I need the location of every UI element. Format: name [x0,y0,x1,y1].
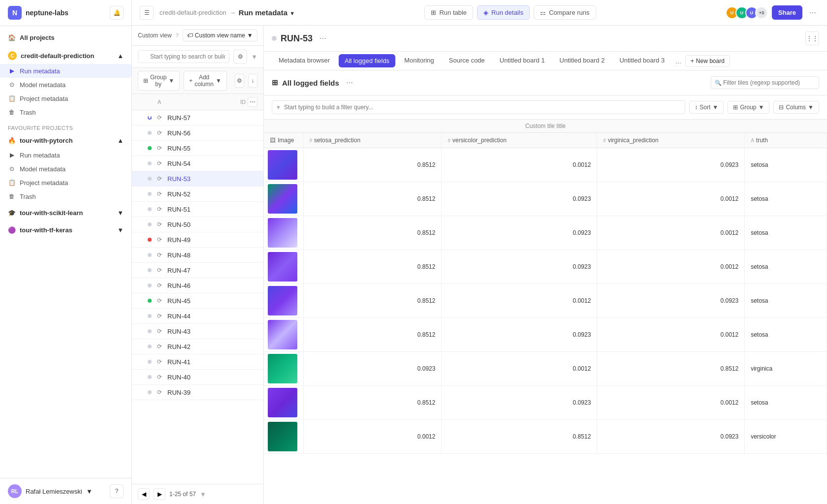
detail-options-button[interactable]: ⋮⋮ [805,32,819,45]
more-tabs-button[interactable]: ... [672,55,684,67]
add-column-button[interactable]: + Add column ▼ [184,71,227,91]
run-item-49[interactable]: ⟳ RUN-49 [132,232,263,248]
fields-filter-wrap: 🔍 [711,76,819,89]
fields-more-button[interactable]: ⋯ [343,77,356,89]
data-table[interactable]: 🖼 Image # setosa_prediction [264,133,827,504]
sidebar-toggle-button[interactable]: ☰ [140,6,154,20]
dropdown-arrow-icon[interactable]: ▼ [289,10,295,16]
tab-untitled-board-3[interactable]: Untitled board 3 [612,52,671,70]
tab-untitled-board-1[interactable]: Untitled board 1 [493,52,552,70]
run-item-40[interactable]: ⟳ RUN-40 [132,370,263,385]
custom-view-help-icon: ? [176,32,179,38]
run-table-button[interactable]: ⊞ Run table [424,5,473,20]
pytorch-project-header[interactable]: 🔥 tour-with-pytorch ▲ [0,133,131,148]
run-item-47[interactable]: ⟳ RUN-47 [132,263,263,278]
run-item-41[interactable]: ⟳ RUN-41 [132,354,263,370]
pytorch-trash-label: Trash [20,193,36,200]
run-item-53[interactable]: ⟳ RUN-53 [132,171,263,187]
run-48-checkbox [138,252,144,258]
sidebar-item-project-metadata[interactable]: 📋 Project metadata [0,92,131,105]
row-8-virginica: 0.0012 [597,386,745,420]
next-page-button[interactable]: ▶ [154,488,165,500]
adjust-columns-button[interactable]: ⚙ [235,74,244,88]
run-item-54[interactable]: ⟳ RUN-54 [132,156,263,171]
run-40-type-icon: ⟳ [156,373,163,381]
user-info[interactable]: RL Rafał Lemieszewski ▼ [8,484,93,498]
run-item-43[interactable]: ⟳ RUN-43 [132,324,263,339]
keras-icon: 🟣 [8,226,16,234]
run-more-button[interactable]: ⋯ [317,32,329,44]
project-metadata-label: Project metadata [20,95,68,102]
group-by-button[interactable]: ⊞ Group by ▼ [138,71,180,91]
columns-button[interactable]: ⊟ Colums ▼ [773,101,819,114]
table-row: 0.8512 0.0012 0.0923 setosa [264,284,827,318]
sklearn-project-header[interactable]: 🎓 tour-with-scikit-learn ▼ [0,205,131,220]
tab-monitoring[interactable]: Monitoring [397,52,441,70]
row-9-versicolor: 0.8512 [442,420,597,454]
sidebar-item-model-metadata[interactable]: ⊙ Model metadata [0,78,131,92]
filter-query-input[interactable] [272,100,685,114]
run-metadata-label: Run metadata [20,67,60,75]
run-44-checkbox [138,313,144,319]
run-search-input[interactable] [138,50,229,63]
run-item-42[interactable]: ⟳ RUN-42 [132,339,263,354]
run-item-45[interactable]: ⟳ RUN-45 [132,293,263,309]
sklearn-icon: 🎓 [8,209,16,217]
sort-button[interactable]: ↕ Sort ▼ [689,101,724,114]
group-button[interactable]: ⊞ Group ▼ [728,101,769,114]
sidebar-item-pytorch-trash[interactable]: 🗑 Trash [0,189,131,203]
pagination-chevron-icon[interactable]: ▼ [200,491,206,498]
sidebar-item-run-metadata[interactable]: ▶ Run metadata [0,64,131,78]
sidebar-item-pytorch-model-metadata[interactable]: ⊙ Model metadata [0,162,131,176]
table-header: 🖼 Image # setosa_prediction [264,133,827,148]
tab-untitled-board-2[interactable]: Untitled board 2 [553,52,612,70]
logo-icon: N [8,6,22,20]
run-item-44[interactable]: ⟳ RUN-44 [132,309,263,324]
filter-query-wrap: ▼ [272,100,685,114]
run-search-settings-button[interactable]: ⚙ [233,50,247,63]
new-board-button[interactable]: + New board [685,55,730,67]
keras-project-header[interactable]: 🟣 tour-with-tf-keras ▼ [0,222,131,238]
all-projects-header[interactable]: 🏠 All projects [0,30,131,45]
tab-metadata-browser[interactable]: Metadata browser [272,52,337,70]
setosa-col-type-icon: # [310,138,313,143]
avatar-stack: U U U +3 [726,6,768,19]
share-button[interactable]: Share [772,5,802,20]
tab-all-logged-fields[interactable]: All logged fields [339,54,395,67]
run-item-57[interactable]: ⟳ RUN-57 [132,110,263,126]
run-item-51[interactable]: ⟳ RUN-51 [132,202,263,217]
run-item-46[interactable]: ⟳ RUN-46 [132,278,263,293]
run-item-52[interactable]: ⟳ RUN-52 [132,187,263,202]
compare-runs-button[interactable]: ⚏ Compare runs [534,5,596,20]
run-item-39[interactable]: ⟳ RUN-39 [132,385,263,400]
custom-view-name-dropdown[interactable]: 🏷 Custom view name ▼ [183,30,257,41]
workspace-logo[interactable]: N neptune-labs [8,6,68,20]
tab-source-code[interactable]: Source code [442,52,492,70]
filter-tiles-input[interactable] [711,76,819,89]
row-1-virginica: 0.0923 [597,148,745,182]
run-details-button[interactable]: ◈ Run details [477,5,530,20]
download-button[interactable]: ↓ [248,74,257,88]
trash-label: Trash [20,109,36,116]
virginica-col-type-icon: # [603,138,606,143]
row-7-truth: virginica [745,352,827,386]
notification-bell-icon[interactable]: 🔔 [110,6,124,20]
main-project-header[interactable]: C credit-default-prediction ▲ [0,47,131,64]
col-settings-icon[interactable]: ⋯ [248,97,257,107]
sidebar-footer: RL Rafał Lemieszewski ▼ ? [0,478,131,504]
sidebar-item-trash[interactable]: 🗑 Trash [0,105,131,119]
sidebar-item-pytorch-run-metadata[interactable]: ▶ Run metadata [0,148,131,162]
help-button[interactable]: ? [110,484,124,498]
run-54-checkbox [138,160,144,166]
topbar-more-button[interactable]: ⋯ [806,7,819,19]
run-item-56[interactable]: ⟳ RUN-56 [132,126,263,141]
run-item-50[interactable]: ⟳ RUN-50 [132,217,263,232]
run-55-type-icon: ⟳ [156,144,163,152]
prev-page-button[interactable]: ◀ [138,488,150,500]
run-item-55[interactable]: ⟳ RUN-55 [132,141,263,156]
truth-col-type-icon: A [751,138,754,143]
run-57-checkbox [138,115,144,121]
new-board-label: New board [696,58,725,64]
sidebar-item-pytorch-project-metadata[interactable]: 📋 Project metadata [0,176,131,189]
run-item-48[interactable]: ⟳ RUN-48 [132,248,263,263]
